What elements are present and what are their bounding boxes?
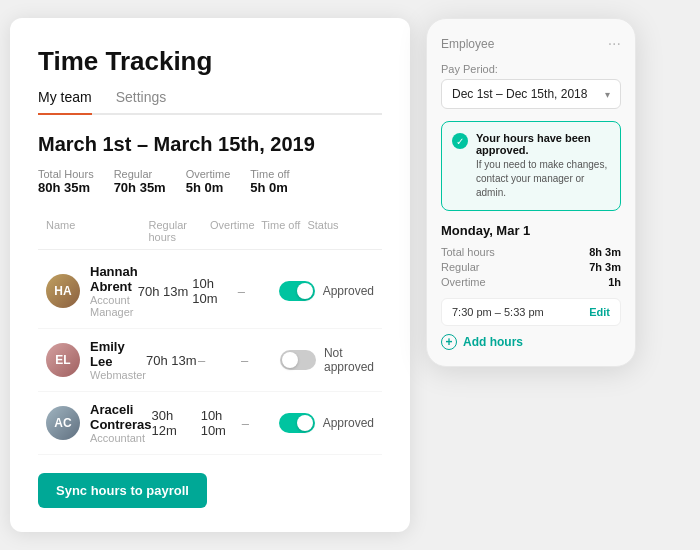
approval-text: Your hours have been approved. If you ne…	[476, 132, 610, 200]
sync-button[interactable]: Sync hours to payroll	[38, 473, 207, 508]
emp-name: Emily Lee	[90, 339, 146, 369]
date-range: March 1st – March 15th, 2019	[38, 133, 382, 156]
pay-period-select[interactable]: Dec 1st – Dec 15th, 2018 ▾	[441, 79, 621, 109]
status-toggle-wrap: Not approved	[280, 346, 374, 374]
timeoff: –	[238, 284, 279, 299]
overtime-label: Overtime	[441, 276, 486, 288]
employee-label: Employee	[441, 37, 494, 51]
approval-box: ✓ Your hours have been approved. If you …	[441, 121, 621, 211]
regular-hours: 30h 12m	[151, 408, 200, 438]
overtime: 10h 10m	[192, 276, 237, 306]
summary-row: Total Hours 80h 35m Regular 70h 35m Over…	[38, 168, 382, 195]
regular-label: Regular	[441, 261, 480, 273]
status-toggle-wrap: Approved	[279, 413, 374, 433]
mobile-header: Employee ···	[441, 35, 621, 53]
table-row: HA Hannah Abrent Account Manager 70h 13m…	[38, 254, 382, 329]
overtime: –	[198, 353, 241, 368]
regular-hours: 70h 13m	[138, 284, 193, 299]
pay-period-label: Pay Period:	[441, 63, 621, 75]
emp-name: Hannah Abrent	[90, 264, 138, 294]
status-label: Approved	[323, 284, 374, 298]
check-icon: ✓	[452, 133, 468, 149]
employee-cell: AC Araceli Contreras Accountant	[46, 402, 151, 444]
approval-title: Your hours have been approved.	[476, 132, 610, 156]
chevron-down-icon: ▾	[605, 89, 610, 100]
regular-hours: 70h 13m	[146, 353, 198, 368]
employee-cell: EL Emily Lee Webmaster	[46, 339, 146, 381]
col-timeoff: Time off	[261, 219, 307, 243]
desktop-panel: Time Tracking My team Settings March 1st…	[10, 18, 410, 532]
day-header: Monday, Mar 1	[441, 223, 621, 238]
table-header: Name Regular hours Overtime Time off Sta…	[38, 213, 382, 250]
add-hours-label: Add hours	[463, 335, 523, 349]
summary-total-hours: Total Hours 80h 35m	[38, 168, 94, 195]
status-toggle[interactable]	[279, 281, 315, 301]
status-toggle[interactable]	[280, 350, 316, 370]
summary-overtime: Overtime 5h 0m	[186, 168, 231, 195]
emp-name: Araceli Contreras	[90, 402, 151, 432]
time-entry: 7:30 pm – 5:33 pm Edit	[441, 298, 621, 326]
avatar: AC	[46, 406, 80, 440]
overtime: 10h 10m	[201, 408, 242, 438]
summary-timeoff: Time off 5h 0m	[250, 168, 289, 195]
timeoff: –	[242, 416, 279, 431]
tabs: My team Settings	[38, 89, 382, 115]
total-hours-row: Total hours 8h 3m	[441, 246, 621, 258]
tab-my-team[interactable]: My team	[38, 89, 92, 115]
approval-sub: If you need to make changes, contact you…	[476, 158, 610, 200]
edit-link[interactable]: Edit	[589, 306, 610, 318]
status-label: Approved	[323, 416, 374, 430]
emp-title: Account Manager	[90, 294, 138, 318]
table-row: EL Emily Lee Webmaster 70h 13m – – Not a…	[38, 329, 382, 392]
add-hours-button[interactable]: + Add hours	[441, 334, 621, 350]
total-hours-label: Total hours	[441, 246, 495, 258]
col-status: Status	[307, 219, 374, 243]
employee-cell: HA Hannah Abrent Account Manager	[46, 264, 138, 318]
status-label: Not approved	[324, 346, 374, 374]
time-entry-text: 7:30 pm – 5:33 pm	[452, 306, 544, 318]
more-options-icon[interactable]: ···	[608, 35, 621, 53]
page-title: Time Tracking	[38, 46, 382, 77]
regular-row: Regular 7h 3m	[441, 261, 621, 273]
timeoff: –	[241, 353, 280, 368]
col-name: Name	[46, 219, 149, 243]
tab-settings[interactable]: Settings	[116, 89, 167, 115]
overtime-value: 1h	[608, 276, 621, 288]
overtime-row: Overtime 1h	[441, 276, 621, 288]
status-toggle[interactable]	[279, 413, 315, 433]
avatar: HA	[46, 274, 80, 308]
mobile-panel: Employee ··· Pay Period: Dec 1st – Dec 1…	[426, 18, 636, 367]
pay-period-value: Dec 1st – Dec 15th, 2018	[452, 87, 587, 101]
plus-icon: +	[441, 334, 457, 350]
emp-title: Accountant	[90, 432, 151, 444]
status-toggle-wrap: Approved	[279, 281, 374, 301]
col-regular: Regular hours	[149, 219, 211, 243]
emp-title: Webmaster	[90, 369, 146, 381]
avatar: EL	[46, 343, 80, 377]
regular-value: 7h 3m	[589, 261, 621, 273]
total-hours-value: 8h 3m	[589, 246, 621, 258]
summary-regular: Regular 70h 35m	[114, 168, 166, 195]
col-overtime: Overtime	[210, 219, 261, 243]
table-row: AC Araceli Contreras Accountant 30h 12m …	[38, 392, 382, 455]
